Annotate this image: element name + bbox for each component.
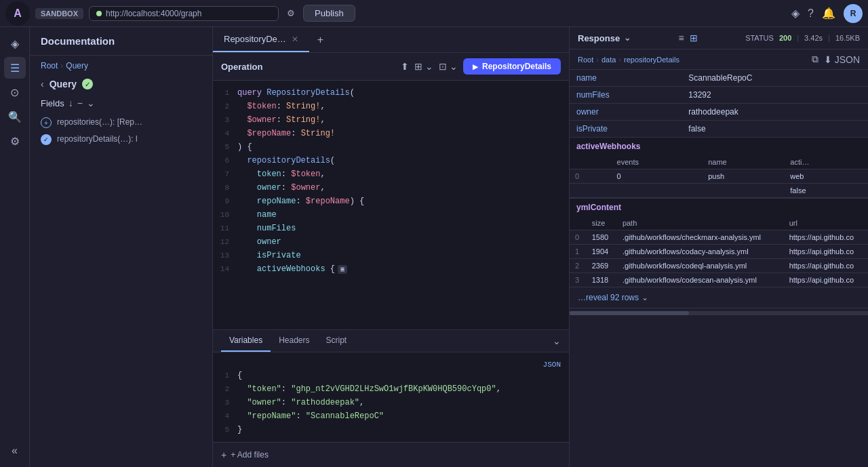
notification-icon[interactable]: 🔔 bbox=[822, 7, 835, 20]
tab-script[interactable]: Script bbox=[318, 330, 355, 352]
left-icon-collapse[interactable]: « bbox=[4, 440, 26, 462]
url-text: http://localhost:4000/graph bbox=[106, 9, 201, 18]
field-item-repositories[interactable]: + repositories(…): [Rep… bbox=[30, 114, 212, 131]
yml-path-1: .github/workflows/codacy-analysis.yml bbox=[617, 245, 784, 259]
query-row: ‹ Query ✓ bbox=[30, 76, 212, 95]
variables-content[interactable]: JSON 1 { 2 "token": "ghp_nt2vVGHD2LHzSwO… bbox=[213, 352, 569, 442]
more-icon[interactable]: ⌄ bbox=[87, 98, 95, 108]
horizontal-scrollbar[interactable] bbox=[570, 311, 868, 315]
list-view-button[interactable]: ≡ bbox=[679, 33, 684, 43]
webhook-acti: web bbox=[785, 169, 868, 184]
copy-button[interactable]: ⊞ ⌄ bbox=[414, 61, 433, 72]
left-sidebar: ◈ ☰ ⊙ 🔍 ⚙ « bbox=[0, 27, 30, 467]
download-json-button[interactable]: ⬇ JSON bbox=[824, 54, 860, 65]
operation-toolbar: Operation ⬆ ⊞ ⌄ ⊡ ⌄ ▶ RepositoryDetails bbox=[213, 53, 569, 81]
yml-path-0: .github/workflows/checkmarx-analysis.yml bbox=[617, 230, 784, 245]
variables-section: Variables Headers Script ⌄ JSON 1 { 2 "t… bbox=[213, 329, 569, 442]
tab-variables[interactable]: Variables bbox=[221, 330, 271, 352]
copy-response-button[interactable]: ⧉ bbox=[812, 54, 818, 65]
code-line-14: 14 activeWebhooks {▣ bbox=[213, 262, 569, 277]
ymlcontent-header: ymlContent bbox=[570, 199, 868, 216]
vars-collapse-button[interactable]: ⌄ bbox=[553, 336, 561, 346]
resp-bc-data[interactable]: data bbox=[601, 56, 616, 64]
logo-icon: A bbox=[14, 7, 22, 20]
yml-url-1: https://api.github.co bbox=[784, 245, 868, 259]
apollo-icon[interactable]: ◈ bbox=[791, 7, 800, 20]
ymlcontent-table: size path url 0 1580 .github bbox=[570, 216, 868, 287]
tab-headers[interactable]: Headers bbox=[271, 330, 317, 352]
left-icon-search[interactable]: 🔍 bbox=[4, 106, 26, 127]
resp-bc-repo-details[interactable]: repositoryDetails bbox=[624, 56, 679, 64]
code-line-7: 7 token: $token, bbox=[213, 167, 569, 181]
doc-header: Documentation bbox=[30, 27, 212, 56]
activewebhooks-table: events name acti… 0 0 push bbox=[570, 155, 868, 198]
webhook-row-0: 0 0 push web bbox=[570, 169, 868, 184]
tab-add-button[interactable]: + bbox=[309, 28, 332, 52]
var-line-5: 5 } bbox=[213, 423, 569, 436]
field-item-repository-details[interactable]: ✓ repositoryDetails(…): l bbox=[30, 131, 212, 148]
yml-row-0: 0 1580 .github/workflows/checkmarx-analy… bbox=[570, 230, 868, 245]
left-icon-settings[interactable]: ⚙ bbox=[4, 130, 26, 152]
code-line-4: 4 $repoName: String! bbox=[213, 127, 569, 140]
yml-path-3: .github/workflows/codescan-analysis.yml bbox=[617, 273, 784, 287]
tab-label: RepositoryDe… bbox=[224, 34, 286, 44]
breadcrumb-root[interactable]: Root bbox=[41, 61, 58, 70]
response-title[interactable]: Response ⌄ bbox=[578, 33, 631, 43]
add-files-bar[interactable]: + + Add files bbox=[213, 442, 569, 467]
code-area[interactable]: 1 query RepositoryDetails( 2 $token: Str… bbox=[213, 81, 569, 329]
url-bar[interactable]: http://localhost:4000/graph bbox=[89, 6, 279, 21]
reveal-rows-button[interactable]: …reveal 92 rows ⌄ bbox=[570, 287, 868, 308]
val-numfiles: 13292 bbox=[682, 87, 868, 104]
share-button[interactable]: ⬆ bbox=[401, 61, 409, 72]
publish-button[interactable]: Publish bbox=[303, 5, 355, 22]
fields-row: Fields ↓ − ⌄ bbox=[30, 95, 212, 114]
code-line-13: 13 isPrivate bbox=[213, 249, 569, 262]
variables-tabs: Variables Headers Script ⌄ bbox=[213, 330, 569, 352]
query-label: Query bbox=[50, 79, 77, 89]
resp-actions-right: ⧉ ⬇ JSON bbox=[812, 54, 860, 65]
avatar[interactable]: R bbox=[844, 4, 863, 23]
yml-url-0: https://api.github.co bbox=[784, 230, 868, 245]
add-icon: + bbox=[221, 449, 226, 460]
response-table: name ScannableRepoC numFiles 13292 owner… bbox=[570, 70, 868, 308]
resp-bc-root[interactable]: Root bbox=[578, 56, 593, 64]
val-owner: rathoddeepak bbox=[682, 104, 868, 121]
operation-panel: RepositoryDe… ✕ + Operation ⬆ ⊞ ⌄ ⊡ ⌄ ▶ … bbox=[213, 27, 570, 467]
field-add-icon: + bbox=[41, 117, 52, 128]
tab-repository-details[interactable]: RepositoryDe… ✕ bbox=[213, 27, 309, 52]
left-icon-history[interactable]: ⊙ bbox=[4, 81, 26, 103]
response-label: Response bbox=[578, 33, 620, 43]
grid-view-button[interactable]: ⊞ bbox=[690, 33, 698, 43]
status-code: 200 bbox=[779, 34, 791, 42]
back-button[interactable]: ‹ bbox=[41, 79, 44, 89]
json-label[interactable]: JSON bbox=[543, 361, 561, 369]
yml-url-3: https://api.github.co bbox=[784, 273, 868, 287]
breadcrumb-query[interactable]: Query bbox=[66, 61, 88, 70]
scrollbar-thumb[interactable] bbox=[570, 311, 689, 315]
left-icon-docs[interactable]: ☰ bbox=[4, 57, 26, 79]
col-name: name bbox=[703, 155, 785, 169]
webhook-name: push bbox=[703, 169, 785, 184]
response-time: 3.42s bbox=[804, 34, 823, 42]
options-button[interactable]: ⊡ ⌄ bbox=[439, 61, 458, 72]
response-panel: Response ⌄ ≡ ⊞ STATUS 200 | 3.42s | 16.5… bbox=[570, 27, 868, 467]
operation-actions: ⬆ ⊞ ⌄ ⊡ ⌄ ▶ RepositoryDetails bbox=[401, 58, 561, 75]
yml-size-1: 1904 bbox=[587, 245, 617, 259]
webhook-events: 0 bbox=[612, 169, 703, 184]
run-button[interactable]: ▶ RepositoryDetails bbox=[463, 58, 561, 75]
logo: A bbox=[5, 1, 30, 26]
response-header: Response ⌄ ≡ ⊞ STATUS 200 | 3.42s | 16.5… bbox=[570, 27, 868, 49]
yml-col-idx bbox=[570, 216, 587, 230]
help-icon[interactable]: ? bbox=[808, 7, 814, 20]
sort-icon[interactable]: ↓ bbox=[68, 98, 73, 108]
tab-close-icon[interactable]: ✕ bbox=[292, 35, 298, 44]
operation-title: Operation bbox=[221, 62, 262, 72]
settings-button[interactable]: ⚙ bbox=[284, 5, 298, 21]
minus-button[interactable]: − bbox=[77, 98, 83, 108]
tab-bar: RepositoryDe… ✕ + bbox=[213, 27, 332, 52]
response-table-area[interactable]: name ScannableRepoC numFiles 13292 owner… bbox=[570, 70, 868, 467]
breadcrumb: Root › Query bbox=[30, 56, 212, 76]
left-icon-graph[interactable]: ◈ bbox=[4, 33, 26, 54]
table-row-ymlcontent: ymlContent size path url bbox=[570, 199, 868, 308]
image-icon[interactable]: ▣ bbox=[338, 265, 347, 274]
